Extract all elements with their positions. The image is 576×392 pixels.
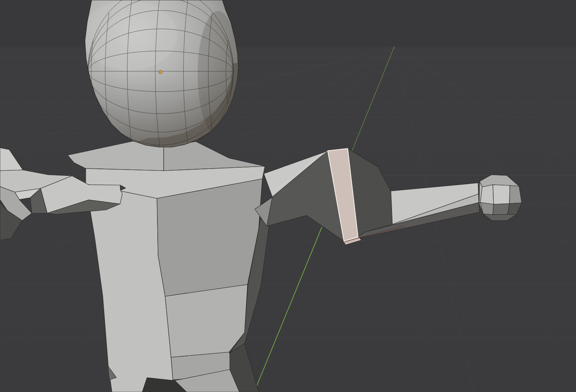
object-origin-dot[interactable]	[159, 71, 162, 74]
hand-ball-mid-center[interactable]	[493, 185, 510, 204]
viewport-3d[interactable]	[0, 0, 576, 392]
torso-back-right[interactable]	[157, 179, 262, 296]
hand-ball-mid-left[interactable]	[480, 185, 494, 204]
hand-ball-bottom-center[interactable]	[493, 204, 509, 215]
blender-viewport-canvas[interactable]	[0, 0, 576, 392]
